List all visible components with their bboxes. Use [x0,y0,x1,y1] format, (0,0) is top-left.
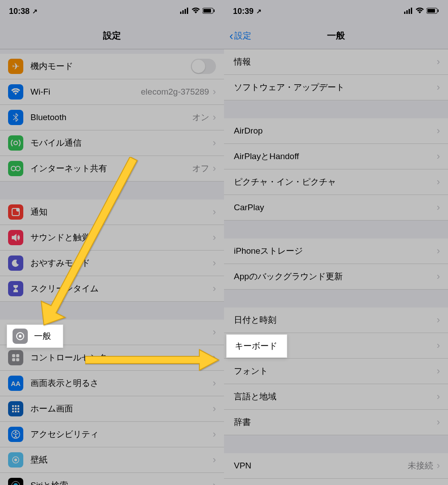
row-software-update[interactable]: ソフトウェア・アップデート › [224,75,448,100]
chevron-right-icon: › [213,283,216,294]
settings-list[interactable]: ✈ 機内モード Wi-Fi elecom2g-375289 › Bluetoot… [0,49,224,485]
svg-rect-20 [12,408,14,410]
row-carplay[interactable]: CarPlay › [224,195,448,221]
chevron-right-icon: › [213,257,216,269]
status-time: 10:39 [233,7,254,16]
row-screentime[interactable]: スクリーンタイム › [0,276,224,302]
display-icon: AA [8,376,23,391]
nav-bar: 設定 [0,22,224,49]
chevron-right-icon: › [213,232,216,243]
signal-icon [180,7,189,16]
svg-rect-14 [16,354,19,357]
nav-bar: ‹ 設定 一般 [224,22,448,49]
row-storage[interactable]: iPhoneストレージ › [224,238,448,264]
settings-screen-left: 10:38 ↗ 設定 ✈ 機内モード Wi-Fi [0,0,224,485]
control-center-icon [8,350,23,365]
row-wifi[interactable]: Wi-Fi elecom2g-375289 › [0,79,224,105]
chevron-right-icon: › [437,202,440,213]
row-home-screen[interactable]: ホーム画面 › [0,396,224,422]
row-sounds[interactable]: サウンドと触覚 › [0,225,224,251]
chevron-right-icon: › [437,391,440,403]
row-dictionary[interactable]: 辞書 › [224,410,448,435]
row-siri[interactable]: Siriと検索 › [0,473,224,485]
wifi-icon [416,7,424,16]
wifi-icon [8,84,23,100]
hotspot-value: オフ [192,163,209,174]
svg-rect-16 [16,358,19,361]
svg-rect-2 [185,9,186,14]
highlight-general: 一般 [7,325,63,348]
status-bar: 10:38 ↗ [0,0,224,22]
gear-icon [13,329,28,344]
back-button[interactable]: ‹ 設定 [229,30,251,42]
general-list[interactable]: 情報 › ソフトウェア・アップデート › AirDrop › AirPlayとH… [224,49,448,485]
svg-rect-34 [409,9,410,14]
row-display[interactable]: AA 画面表示と明るさ › [0,371,224,396]
chevron-right-icon: › [437,82,440,93]
svg-rect-13 [12,354,15,357]
accessibility-icon [8,427,23,442]
bluetooth-icon [8,110,23,125]
svg-rect-17 [12,405,14,407]
airplane-toggle[interactable] [191,59,216,74]
hourglass-icon [8,281,23,296]
row-profile[interactable]: プロファイル 楽天モバイル › [224,479,448,485]
vpn-value: 未接続 [408,460,433,472]
bluetooth-value: オン [192,112,209,123]
battery-icon [202,7,215,16]
svg-rect-22 [17,408,19,410]
row-background-refresh[interactable]: Appのバックグラウンド更新 › [224,264,448,290]
chevron-right-icon: › [437,460,440,472]
svg-rect-0 [180,12,181,14]
row-language[interactable]: 言語と地域 › [224,384,448,410]
svg-rect-15 [12,358,15,361]
row-airplay[interactable]: AirPlayとHandoff › [224,144,448,169]
svg-rect-23 [12,411,14,412]
row-cellular[interactable]: モバイル通信 › [0,130,224,156]
row-bluetooth[interactable]: Bluetooth オン › [0,105,224,130]
chevron-right-icon: › [213,326,216,338]
page-title: 一般 [327,30,345,42]
row-pip[interactable]: ピクチャ・イン・ピクチャ › [224,169,448,195]
row-accessibility[interactable]: アクセシビリティ › [0,422,224,447]
row-hotspot[interactable]: インターネット共有 オフ › [0,156,224,182]
row-notifications[interactable]: 通知 › [0,199,224,225]
row-airdrop[interactable]: AirDrop › [224,118,448,144]
chevron-right-icon: › [437,314,440,326]
page-title: 設定 [103,30,121,42]
status-time: 10:38 [9,7,30,16]
chevron-right-icon: › [437,125,440,137]
svg-point-10 [16,208,20,212]
chevron-right-icon: › [213,86,216,98]
general-screen-right: 10:39 ↗ ‹ 設定 一般 情報 › ソフトウェア・アップデート [224,0,448,485]
chevron-left-icon: ‹ [229,30,233,42]
signal-icon [404,7,413,16]
row-font[interactable]: フォント › [224,359,448,384]
moon-icon [8,255,23,271]
notifications-icon [8,204,23,220]
chevron-right-icon: › [437,176,440,188]
row-airplane-mode[interactable]: ✈ 機内モード [0,54,224,79]
svg-point-8 [16,166,20,171]
svg-rect-19 [17,405,19,407]
chevron-right-icon: › [437,340,440,351]
svg-rect-38 [438,9,439,12]
svg-point-31 [13,483,18,485]
chevron-right-icon: › [437,151,440,162]
svg-point-29 [14,459,17,461]
row-do-not-disturb[interactable]: おやすみモード › [0,251,224,276]
chevron-right-icon: › [437,416,440,428]
svg-rect-25 [17,411,19,412]
wifi-value: elecom2g-375289 [141,87,209,97]
row-wallpaper[interactable]: 壁紙 › [0,447,224,473]
row-control-center[interactable]: コントロールセンター › [0,345,224,371]
row-vpn[interactable]: VPN 未接続 › [224,453,448,479]
svg-rect-3 [187,8,188,14]
chevron-right-icon: › [213,112,216,123]
svg-rect-5 [203,9,211,13]
siri-icon [8,478,23,485]
svg-rect-32 [404,12,405,14]
row-datetime[interactable]: 日付と時刻 › [224,307,448,333]
row-about[interactable]: 情報 › [224,49,448,75]
location-icon: ↗ [256,8,262,15]
